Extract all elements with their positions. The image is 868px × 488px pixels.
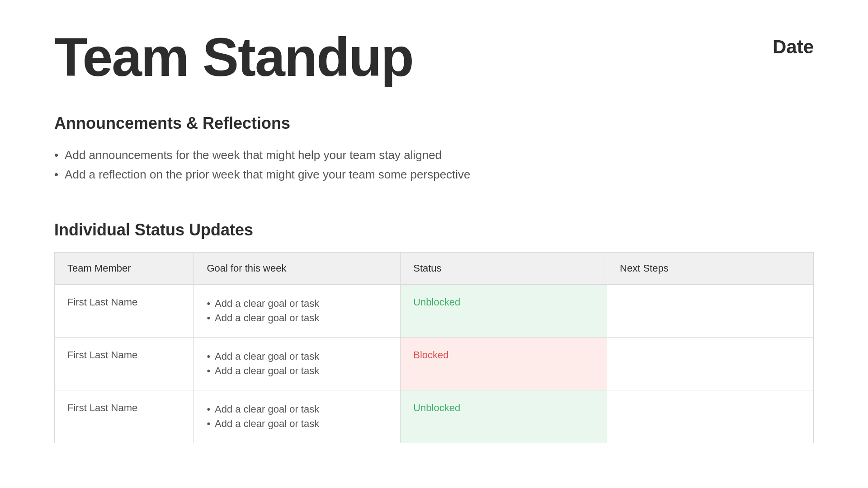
announcements-title: Announcements & Reflections	[54, 114, 814, 133]
goal-list: Add a clear goal or task Add a clear goa…	[207, 402, 387, 431]
announcement-item-1: Add announcements for the week that migh…	[54, 145, 814, 165]
goal-cell: Add a clear goal or task Add a clear goa…	[194, 285, 401, 338]
table-row: First Last Name Add a clear goal or task…	[55, 338, 814, 390]
status-cell-unblocked: Unblocked	[401, 285, 607, 338]
goal-item: Add a clear goal or task	[207, 311, 387, 325]
status-updates-title: Individual Status Updates	[54, 221, 814, 239]
status-badge: Unblocked	[413, 402, 460, 413]
col-header-goal: Goal for this week	[194, 253, 401, 285]
table-row: First Last Name Add a clear goal or task…	[55, 285, 814, 338]
page-container: Team Standup Date Announcements & Reflec…	[0, 0, 868, 470]
header: Team Standup Date	[54, 27, 814, 87]
col-header-next-steps: Next Steps	[607, 253, 814, 285]
goal-cell: Add a clear goal or task Add a clear goa…	[194, 338, 401, 390]
status-updates-section: Individual Status Updates Team Member Go…	[54, 221, 814, 443]
goal-item: Add a clear goal or task	[207, 402, 387, 417]
status-cell-blocked: Blocked	[401, 338, 607, 390]
goal-cell: Add a clear goal or task Add a clear goa…	[194, 390, 401, 443]
goal-item: Add a clear goal or task	[207, 417, 387, 431]
member-cell: First Last Name	[55, 390, 194, 443]
table-header: Team Member Goal for this week Status Ne…	[55, 253, 814, 285]
member-cell: First Last Name	[55, 285, 194, 338]
goal-list: Add a clear goal or task Add a clear goa…	[207, 296, 387, 325]
member-name: First Last Name	[67, 349, 137, 361]
goal-item: Add a clear goal or task	[207, 349, 387, 364]
member-name: First Last Name	[67, 402, 137, 413]
col-header-member: Team Member	[55, 253, 194, 285]
page-title: Team Standup	[54, 27, 413, 87]
announcements-list: Add announcements for the week that migh…	[54, 145, 814, 184]
member-cell: First Last Name	[55, 338, 194, 390]
table-row: First Last Name Add a clear goal or task…	[55, 390, 814, 443]
status-table: Team Member Goal for this week Status Ne…	[54, 252, 814, 443]
goal-item: Add a clear goal or task	[207, 364, 387, 378]
status-badge: Blocked	[413, 349, 448, 361]
status-cell-unblocked: Unblocked	[401, 390, 607, 443]
goal-list: Add a clear goal or task Add a clear goa…	[207, 349, 387, 378]
member-name: First Last Name	[67, 296, 137, 308]
next-steps-cell	[607, 338, 814, 390]
col-header-status: Status	[401, 253, 607, 285]
status-badge: Unblocked	[413, 296, 460, 308]
table-body: First Last Name Add a clear goal or task…	[55, 285, 814, 443]
goal-item: Add a clear goal or task	[207, 296, 387, 311]
next-steps-cell	[607, 285, 814, 338]
date-label: Date	[773, 27, 814, 58]
announcement-item-2: Add a reflection on the prior week that …	[54, 165, 814, 184]
next-steps-cell	[607, 390, 814, 443]
announcements-section: Announcements & Reflections Add announce…	[54, 114, 814, 184]
